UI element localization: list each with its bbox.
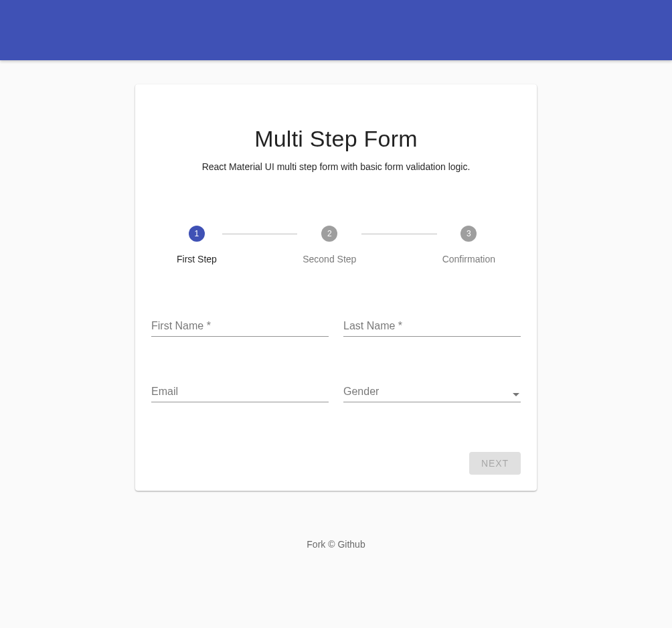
footer-fork-link[interactable]: Fork xyxy=(307,539,325,550)
form-actions: Next xyxy=(151,452,521,475)
step-circle-3: 3 xyxy=(460,226,477,242)
first-name-field[interactable]: First Name * xyxy=(151,315,329,337)
footer-copy: © xyxy=(328,539,335,550)
gender-field[interactable]: Gender xyxy=(343,381,521,402)
step-connector xyxy=(222,234,297,234)
stepper: 1 First Step 2 Second Step 3 Confirmatio… xyxy=(151,226,521,264)
chevron-down-icon xyxy=(513,393,519,396)
gender-label: Gender xyxy=(343,386,379,398)
last-name-field[interactable]: Last Name * xyxy=(343,315,521,337)
form-grid: First Name * Last Name * Email Gender xyxy=(151,315,521,402)
step-confirmation: 3 Confirmation xyxy=(442,226,495,264)
step-label-1: First Step xyxy=(177,254,217,264)
step-circle-2: 2 xyxy=(321,226,337,242)
step-label-2: Second Step xyxy=(303,254,356,264)
footer-github-link[interactable]: Github xyxy=(337,539,365,550)
appbar xyxy=(0,0,672,60)
content-container: Multi Step Form React Material UI multi … xyxy=(135,84,537,550)
page-title: Multi Step Form xyxy=(151,126,521,152)
step-first: 1 First Step xyxy=(177,226,217,264)
form-card: Multi Step Form React Material UI multi … xyxy=(135,84,537,491)
footer: Fork © Github xyxy=(135,539,537,550)
step-second: 2 Second Step xyxy=(303,226,356,264)
step-label-3: Confirmation xyxy=(442,254,495,264)
email-input[interactable] xyxy=(151,384,329,402)
first-name-input[interactable] xyxy=(151,319,329,336)
last-name-input[interactable] xyxy=(343,319,521,336)
next-button[interactable]: Next xyxy=(469,452,521,475)
step-connector xyxy=(361,234,436,234)
step-circle-1: 1 xyxy=(189,226,205,242)
page-subtitle: React Material UI multi step form with b… xyxy=(151,161,521,172)
email-field[interactable]: Email xyxy=(151,381,329,402)
